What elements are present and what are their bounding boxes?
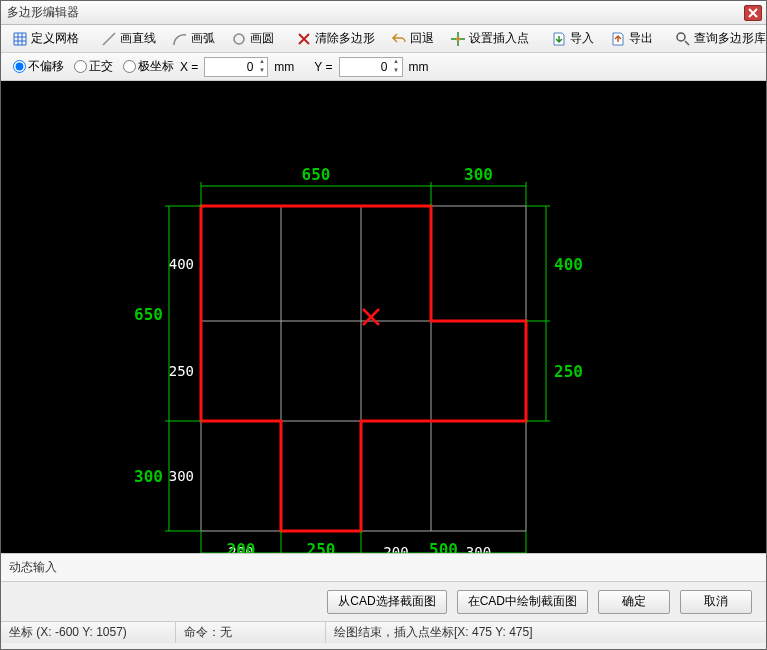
svg-text:650: 650 xyxy=(302,165,331,184)
title-bar: 多边形编辑器 xyxy=(1,1,766,25)
svg-text:400: 400 xyxy=(554,255,583,274)
x-spinner[interactable]: ▲▼ xyxy=(256,58,267,76)
draw-line-label: 画直线 xyxy=(120,30,156,47)
svg-text:300: 300 xyxy=(169,468,194,484)
x-label: X = xyxy=(180,60,198,74)
draw-circle-label: 画圆 xyxy=(250,30,274,47)
cancel-button[interactable]: 取消 xyxy=(680,590,752,614)
svg-text:200: 200 xyxy=(383,544,408,553)
polar-radio[interactable] xyxy=(123,60,136,73)
status-bar: 坐标 (X: -600 Y: 1057) 命令：无 绘图结束，插入点坐标[X: … xyxy=(1,621,766,643)
arc-icon xyxy=(172,31,188,47)
search-icon xyxy=(675,31,691,47)
svg-text:400: 400 xyxy=(169,256,194,272)
dynamic-input-label: 动态输入 xyxy=(9,559,57,576)
draw-arc-label: 画弧 xyxy=(191,30,215,47)
svg-marker-18 xyxy=(201,206,526,531)
status-coord: 坐标 (X: -600 Y: 1057) xyxy=(1,622,176,643)
svg-point-1 xyxy=(456,37,460,41)
svg-text:300: 300 xyxy=(464,165,493,184)
no-offset-radio-label[interactable]: 不偏移 xyxy=(9,58,64,75)
query-library-label: 查询多边形库 xyxy=(694,30,766,47)
svg-text:500: 500 xyxy=(429,540,458,553)
y-unit: mm xyxy=(409,60,429,74)
svg-text:300: 300 xyxy=(134,467,163,486)
clear-polygon-button[interactable]: 清除多边形 xyxy=(289,27,382,50)
window-title: 多边形编辑器 xyxy=(5,4,744,21)
status-draw: 绘图结束，插入点坐标[X: 475 Y: 475] xyxy=(326,622,766,643)
y-spinner[interactable]: ▲▼ xyxy=(391,58,402,76)
insert-point-icon xyxy=(450,31,466,47)
svg-text:300: 300 xyxy=(466,544,491,553)
undo-label: 回退 xyxy=(410,30,434,47)
undo-icon xyxy=(391,31,407,47)
set-insert-point-button[interactable]: 设置插入点 xyxy=(443,27,536,50)
x-icon xyxy=(296,31,312,47)
circle-icon xyxy=(231,31,247,47)
draw-circle-button[interactable]: 画圆 xyxy=(224,27,281,50)
set-insert-label: 设置插入点 xyxy=(469,30,529,47)
query-library-button[interactable]: 查询多边形库 xyxy=(668,27,767,50)
x-unit: mm xyxy=(274,60,294,74)
svg-text:200: 200 xyxy=(227,540,256,553)
ok-button[interactable]: 确定 xyxy=(598,590,670,614)
svg-text:250: 250 xyxy=(169,363,194,379)
ortho-radio[interactable] xyxy=(74,60,87,73)
export-label: 导出 xyxy=(629,30,653,47)
import-label: 导入 xyxy=(570,30,594,47)
import-icon xyxy=(551,31,567,47)
import-button[interactable]: 导入 xyxy=(544,27,601,50)
draw-arc-button[interactable]: 画弧 xyxy=(165,27,222,50)
svg-text:250: 250 xyxy=(554,362,583,381)
status-cmd: 命令：无 xyxy=(176,622,326,643)
toolbar: 定义网格 画直线 画弧 画圆 清除多边形 回退 设置插入点 导入 导出 查询多边… xyxy=(1,25,766,53)
define-grid-button[interactable]: 定义网格 xyxy=(5,27,86,50)
coordinate-bar: 不偏移 正交 极坐标 X = ▲▼ mm Y = ▲▼ mm xyxy=(1,53,766,81)
close-button[interactable] xyxy=(744,5,762,21)
from-cad-button[interactable]: 从CAD选择截面图 xyxy=(327,590,446,614)
polar-radio-label[interactable]: 极坐标 xyxy=(119,58,174,75)
svg-point-0 xyxy=(234,34,244,44)
y-label: Y = xyxy=(314,60,332,74)
cad-drawing: 4002503002002003006503004002506503002002… xyxy=(1,81,766,553)
svg-text:650: 650 xyxy=(134,305,163,324)
dynamic-input-bar: 动态输入 xyxy=(1,553,766,581)
ortho-radio-label[interactable]: 正交 xyxy=(70,58,113,75)
define-grid-label: 定义网格 xyxy=(31,30,79,47)
draw-in-cad-button[interactable]: 在CAD中绘制截面图 xyxy=(457,590,588,614)
grid-icon xyxy=(12,31,28,47)
draw-line-button[interactable]: 画直线 xyxy=(94,27,163,50)
button-row: 从CAD选择截面图 在CAD中绘制截面图 确定 取消 xyxy=(1,581,766,621)
undo-button[interactable]: 回退 xyxy=(384,27,441,50)
no-offset-radio[interactable] xyxy=(13,60,26,73)
export-icon xyxy=(610,31,626,47)
svg-text:250: 250 xyxy=(307,540,336,553)
canvas[interactable]: 4002503002002003006503004002506503002002… xyxy=(1,81,766,553)
clear-polygon-label: 清除多边形 xyxy=(315,30,375,47)
line-icon xyxy=(101,31,117,47)
export-button[interactable]: 导出 xyxy=(603,27,660,50)
svg-point-2 xyxy=(677,33,685,41)
close-icon xyxy=(745,5,761,21)
